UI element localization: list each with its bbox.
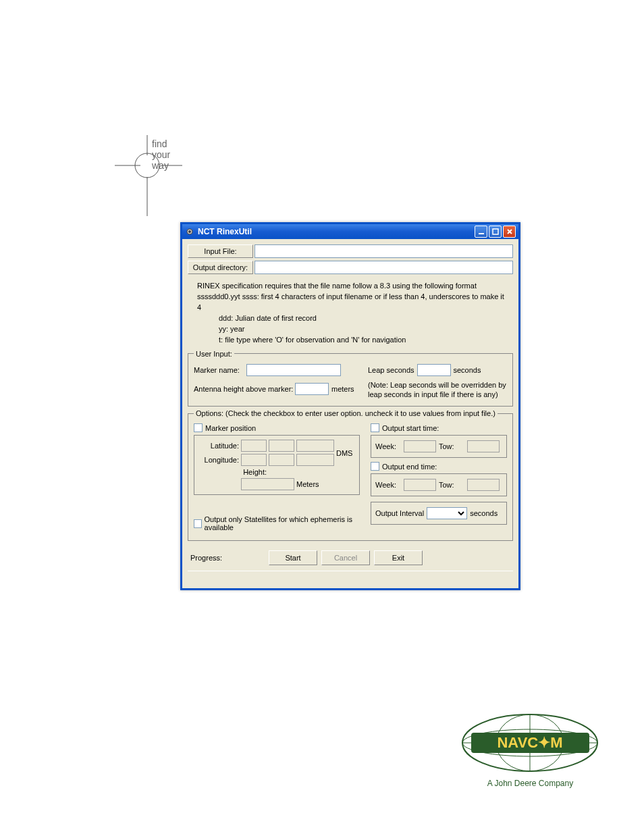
output-end-label: Output end time: — [382, 463, 437, 471]
marker-name-label: Marker name: — [194, 366, 246, 374]
longitude-s-input[interactable] — [296, 454, 334, 466]
start-week-label: Week: — [375, 442, 401, 450]
output-end-box: Week: Tow: — [371, 473, 507, 496]
marker-position-checkbox[interactable] — [194, 423, 203, 432]
start-button[interactable]: Start — [269, 550, 317, 565]
output-interval-label: Output Interval — [375, 509, 424, 517]
spec-line: RINEX specification requires that the fi… — [197, 281, 509, 292]
output-interval-select[interactable] — [427, 507, 467, 519]
start-week-input[interactable] — [404, 440, 436, 452]
marker-name-input[interactable] — [246, 364, 341, 376]
svg-text:NAVC✦M: NAVC✦M — [497, 734, 562, 751]
find-your-way-logo: find your way — [115, 135, 196, 216]
end-tow-input[interactable] — [467, 479, 500, 491]
longitude-d-input[interactable] — [241, 454, 267, 466]
user-input-legend: User Input: — [194, 350, 234, 358]
latitude-label: Latitude: — [198, 442, 239, 450]
antenna-height-input[interactable] — [295, 383, 329, 395]
input-file-button[interactable]: Input File: — [188, 244, 253, 258]
spec-line: ddd: Julian date of first record — [197, 313, 509, 324]
output-end-checkbox[interactable] — [371, 462, 379, 471]
leap-note: (Note: Leap seconds will be overridden b… — [368, 380, 507, 400]
options-legend: Options: (Check the checkbox to enter us… — [194, 409, 498, 417]
satellite-filter-label: Output only Statellites for which epheme… — [205, 515, 360, 531]
rinex-spec-text: RINEX specification requires that the fi… — [188, 277, 513, 347]
maximize-button[interactable] — [489, 226, 502, 238]
output-interval-box: Output Interval seconds — [371, 502, 507, 525]
leap-seconds-label: Leap seconds — [368, 366, 414, 374]
navcom-tagline: A John Deere Company — [458, 779, 603, 788]
output-directory-button[interactable]: Output directory: — [188, 261, 253, 274]
antenna-height-unit: meters — [331, 385, 354, 393]
dms-label: DMS — [336, 449, 355, 457]
navcom-logo: NAVC✦M A John Deere Company — [458, 712, 603, 788]
svg-text:your: your — [152, 149, 171, 160]
latitude-d-input[interactable] — [241, 440, 267, 452]
svg-rect-10 — [479, 233, 484, 234]
exit-button[interactable]: Exit — [374, 550, 423, 565]
user-input-group: User Input: Marker name: Antenna height … — [188, 350, 513, 407]
longitude-label: Longitude: — [198, 456, 239, 464]
app-window: NCT RinexUtil Input File: Output directo… — [180, 222, 520, 590]
svg-rect-11 — [493, 229, 498, 234]
svg-text:way: way — [151, 160, 169, 171]
spec-line: t: file type where 'O' for observation a… — [197, 335, 509, 346]
output-start-label: Output start time: — [382, 424, 439, 432]
spec-line: ssssddd0.yyt ssss: first 4 characters of… — [197, 292, 509, 313]
window-title: NCT RinexUtil — [198, 227, 252, 236]
end-tow-label: Tow: — [439, 481, 464, 489]
satellite-filter-checkbox[interactable] — [194, 519, 202, 528]
progress-label: Progress: — [190, 554, 265, 562]
latitude-s-input[interactable] — [296, 440, 334, 452]
titlebar[interactable]: NCT RinexUtil — [182, 224, 518, 239]
height-unit: Meters — [296, 480, 334, 488]
height-input[interactable] — [241, 478, 294, 490]
close-button[interactable] — [503, 226, 516, 238]
end-week-input[interactable] — [404, 479, 436, 491]
options-group: Options: (Check the checkbox to enter us… — [188, 409, 513, 541]
output-start-box: Week: Tow: — [371, 435, 507, 458]
start-tow-input[interactable] — [467, 440, 500, 452]
leap-seconds-input[interactable] — [417, 364, 451, 376]
marker-position-label: Marker position — [205, 424, 256, 432]
svg-text:find: find — [152, 138, 167, 149]
status-bar — [188, 571, 513, 583]
output-directory-field[interactable] — [254, 261, 513, 274]
minimize-button[interactable] — [475, 226, 487, 238]
input-file-field[interactable] — [254, 244, 513, 258]
end-week-label: Week: — [375, 481, 401, 489]
svg-point-9 — [188, 230, 191, 233]
output-start-checkbox[interactable] — [371, 423, 379, 432]
leap-seconds-unit: seconds — [454, 366, 481, 374]
height-label: Height: — [241, 468, 267, 476]
cancel-button: Cancel — [321, 550, 370, 565]
start-tow-label: Tow: — [439, 442, 464, 450]
app-icon — [185, 227, 194, 236]
spec-line: yy: year — [197, 324, 509, 335]
output-interval-unit: seconds — [470, 509, 495, 517]
antenna-height-label: Antenna height above marker: — [194, 385, 295, 393]
marker-position-box: Latitude: DMS Longitude: Height: — [194, 435, 360, 495]
latitude-m-input[interactable] — [269, 440, 294, 452]
longitude-m-input[interactable] — [269, 454, 294, 466]
